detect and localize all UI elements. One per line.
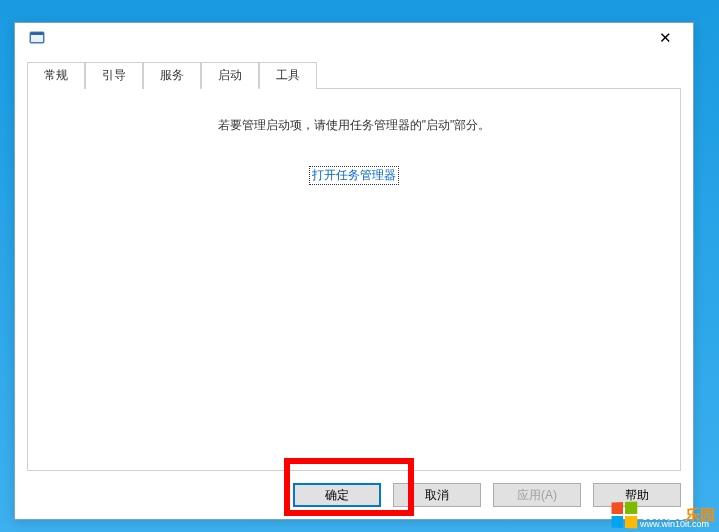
close-button[interactable]: ✕ [645,25,685,51]
dialog-buttons: 确定 取消 应用(A) 帮助 [15,483,693,519]
watermark: Win10乐园 www.win10it.com [611,502,715,528]
tab-services[interactable]: 服务 [143,62,201,89]
app-icon [29,30,45,46]
open-task-manager-link[interactable]: 打开任务管理器 [309,166,399,185]
msconfig-window: ✕ 常规 引导 服务 启动 工具 若要管理启动项，请使用任务管理器的"启动"部分… [14,22,694,520]
tab-boot[interactable]: 引导 [85,62,143,89]
close-icon: ✕ [659,29,672,47]
watermark-url: www.win10it.com [640,519,709,529]
apply-button: 应用(A) [493,483,581,507]
tab-strip: 常规 引导 服务 启动 工具 [27,61,681,88]
tab-content-startup: 若要管理启动项，请使用任务管理器的"启动"部分。 打开任务管理器 [27,88,681,471]
svg-rect-1 [31,35,43,42]
windows-logo-icon [611,502,637,529]
tab-general[interactable]: 常规 [27,62,85,89]
tab-tools[interactable]: 工具 [259,62,317,89]
cancel-button[interactable]: 取消 [393,483,481,507]
ok-button[interactable]: 确定 [293,483,381,507]
tab-startup[interactable]: 启动 [201,62,259,89]
svg-rect-2 [31,33,43,35]
titlebar: ✕ [15,23,693,53]
startup-instruction: 若要管理启动项，请使用任务管理器的"启动"部分。 [48,117,660,134]
